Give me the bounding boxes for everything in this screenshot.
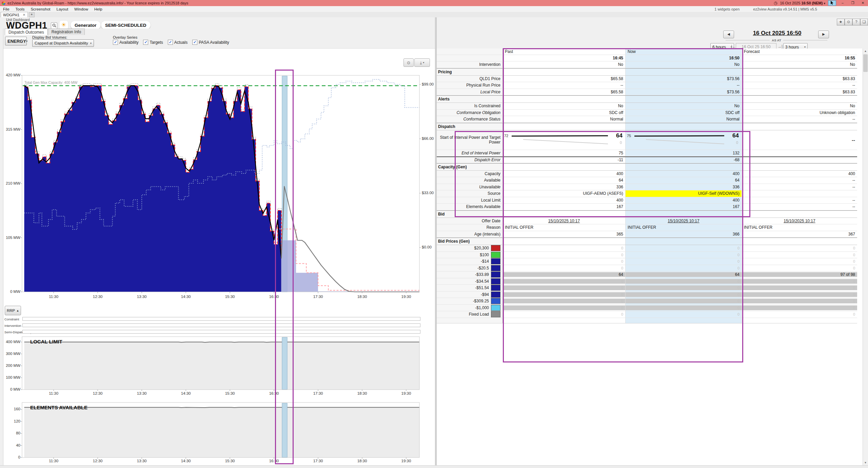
cell-available-forecast: -- — [742, 177, 857, 184]
section-cell — [503, 211, 626, 218]
cell-value: 0 — [621, 246, 623, 250]
cell-value: 0 — [853, 259, 855, 263]
cell-physical-run-price-forecast: -- — [742, 82, 857, 89]
row-label-20-300: $20,300 — [437, 245, 503, 251]
row-label-20-5: -$20.5 — [437, 265, 503, 272]
table-row-51-54: -$51.54000 — [437, 285, 857, 292]
cell-value: 0 — [621, 286, 623, 290]
cell-reason-forecast: INITIAL OFFER — [742, 224, 857, 231]
scrollbar-down-icon[interactable]: ▼ — [863, 460, 868, 466]
row-label-33-89: -$33.89 — [437, 272, 503, 278]
cell-dispatch-error-now: -68 — [626, 157, 742, 163]
x-tick-local_limit-13-30: 13:30 — [133, 391, 150, 395]
cell-local-price-past: $65.58 — [503, 89, 626, 95]
cell-value: 0 — [621, 259, 623, 263]
table-filler-row — [437, 318, 857, 323]
y-tick-elements_available-40: 40 — [1, 443, 20, 447]
cell-value: -- — [737, 83, 739, 88]
cell-value: 0 — [853, 266, 855, 270]
y-tick-local_limit-100-mw: 100 MW — [1, 375, 20, 379]
cell-intervention-forecast: No — [742, 61, 857, 68]
row-label-end-of-interval-power: End of Interval Power — [437, 150, 503, 156]
cell-value: 0 — [853, 299, 855, 303]
row-label-source: Source — [437, 190, 503, 197]
y-tick-dispatch-315-mw: 315 MW — [1, 127, 20, 131]
spark-forecast-value: -- — [852, 137, 855, 143]
cell-value: 400 — [616, 171, 623, 176]
table-row-20-300: $20,300000 — [437, 245, 857, 252]
table-row-bid-prices-gen: Bid Prices (Gen) — [437, 238, 857, 245]
table-row-end-of-interval-power: End of Interval Power75132 — [437, 150, 857, 157]
cell-fixed-load-forecast: 0 — [742, 311, 857, 318]
cell-unavailable-past: 336 — [503, 184, 626, 190]
cell-value: 0 — [737, 299, 739, 303]
table-row-intervention: InterventionNoNoNo — [437, 61, 857, 68]
cell-local-price-forecast: $63.83 — [742, 89, 857, 95]
cell-value: -- — [852, 178, 855, 183]
table-column-header-row: PastNowForecast — [437, 49, 857, 55]
cell-physical-run-price-now: -- — [626, 82, 742, 89]
table-scrollbar[interactable]: ▲ ▼ — [863, 49, 868, 466]
row-label-qld1-price: QLD1 Price — [437, 76, 503, 82]
strip-track-intervention — [22, 323, 420, 327]
x-tick-dispatch-16-30: 16:30 — [265, 295, 282, 299]
row-label-local-limit: Local Limit — [437, 197, 503, 204]
x-tick-local_limit-12-30: 12:30 — [89, 391, 106, 395]
cell-value[interactable]: 15/10/2025 10:17 — [548, 219, 580, 223]
x-tick-local_limit-18-30: 18:30 — [354, 391, 371, 395]
x-tick-dispatch-14-30: 14:30 — [177, 295, 194, 299]
section-cell — [626, 164, 742, 170]
cell-value: -- — [852, 204, 855, 209]
row-label-dispatch-error: Dispatch Error — [437, 157, 503, 163]
scrollbar-up-icon[interactable]: ▲ — [863, 49, 868, 54]
cell-local-limit-past: 400 — [503, 197, 626, 204]
cell-20-5-now: 0 — [626, 265, 742, 272]
cell-value: 0 — [737, 279, 739, 283]
table-row-33-89: -$33.89646497 of 98 — [437, 272, 857, 278]
cell-value: $63.83 — [843, 90, 855, 94]
section-cell — [626, 238, 742, 245]
cell-20-5-past: 0 — [503, 265, 626, 272]
cell-value[interactable]: 15/10/2025 10:17 — [668, 219, 699, 223]
cell-value: -- — [620, 83, 623, 88]
table-row-dispatch-error: Dispatch Error-11-68 — [437, 156, 857, 163]
cell-94-forecast: 0 — [742, 292, 857, 298]
table-row-unavailable: Unavailable336336-- — [437, 184, 857, 191]
cell-is-constrained-past: No — [503, 103, 626, 109]
y-tick-dispatch-420-mw: 420 MW — [1, 73, 20, 77]
cell-value: Normal — [610, 117, 623, 121]
cell-offer-date-now[interactable]: 15/10/2025 10:17 — [626, 218, 742, 224]
cell-value: 0 — [853, 286, 855, 290]
cell-offer-date-forecast[interactable]: 15/10/2025 10:17 — [742, 218, 857, 224]
cell-offer-date-past[interactable]: 15/10/2025 10:17 — [503, 218, 626, 224]
table-row-conformance-status: Conformance StatusNormalNormal-- — [437, 116, 857, 123]
y-tick-dispatch-0-mw: 0 MW — [1, 289, 20, 294]
cell-1-000-now: 0 — [626, 305, 742, 311]
section-cell — [742, 123, 857, 130]
cell-34-54-past: 0 — [503, 278, 626, 285]
cell-value[interactable]: 15/10/2025 10:17 — [784, 219, 815, 223]
cell-14-past: 0 — [503, 258, 626, 265]
cell-value: 0 — [621, 293, 623, 297]
row-label-51-54: -$51.54 — [437, 285, 503, 291]
cell-value: $73.56 — [727, 90, 739, 94]
table-row-qld1-price: QLD1 Price$65.58$73.56$63.83 — [437, 76, 857, 82]
cell-value: 0 — [621, 253, 623, 257]
cell-conformance-obligation-forecast: Unknown obligation — [742, 110, 857, 116]
cell-value: No — [850, 104, 855, 108]
cell-reason-now: INITIAL OFFER — [626, 224, 742, 231]
max-capacity-label: Total Gen Max Capacity: 400 MW — [24, 80, 77, 85]
strip-track-semi-dispatch-cap — [22, 330, 420, 334]
rrp-toggle-button[interactable]: RRP▲ — [5, 306, 21, 315]
cell-elements-available-forecast: -- — [742, 204, 857, 210]
cell-qld1-price-now: $73.56 — [626, 76, 742, 82]
cell-value: 64 — [619, 272, 623, 277]
cell-value: 400 — [616, 198, 623, 203]
row-label-intervention: Intervention — [437, 61, 503, 68]
cell-value: SDC off — [725, 110, 739, 115]
section-label-dispatch: Dispatch — [437, 123, 503, 130]
cell-value: 0 — [621, 306, 623, 310]
cell-source-forecast — [742, 190, 857, 197]
scrollbar-thumb[interactable] — [863, 54, 868, 72]
cell-reason-past: INITIAL OFFER — [503, 224, 626, 231]
